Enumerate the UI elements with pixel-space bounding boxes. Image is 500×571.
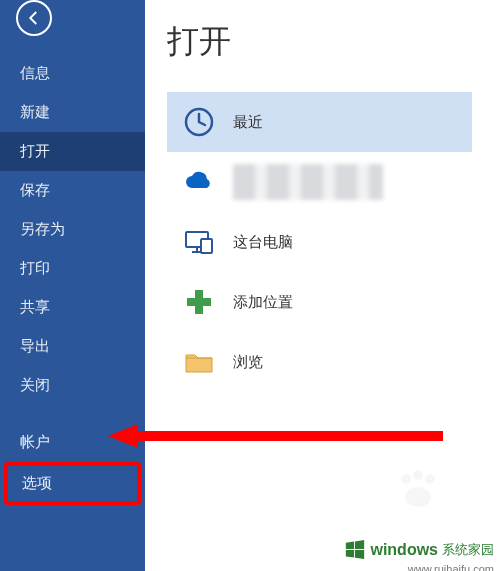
folder-icon	[183, 346, 215, 378]
sidebar-item-save-as[interactable]: 另存为	[0, 210, 145, 249]
computer-icon	[183, 226, 215, 258]
sidebar-item-label: 新建	[20, 103, 50, 120]
onedrive-icon	[183, 166, 215, 198]
location-recent[interactable]: 最近	[167, 92, 472, 152]
sidebar-item-label: 打印	[20, 259, 50, 276]
page-title: 打开	[167, 20, 500, 64]
sidebar-item-account[interactable]: 帐户	[0, 423, 145, 462]
sidebar-item-label: 共享	[20, 298, 50, 315]
svg-point-4	[413, 470, 423, 480]
svg-point-5	[425, 474, 435, 484]
sidebar-item-new[interactable]: 新建	[0, 93, 145, 132]
sidebar-item-label: 打开	[20, 142, 50, 159]
main-panel: 打开 最近 这台电脑	[145, 0, 500, 571]
location-add-place[interactable]: 添加位置	[167, 272, 472, 332]
location-label: 添加位置	[233, 293, 293, 312]
sidebar-item-save[interactable]: 保存	[0, 171, 145, 210]
location-label: 这台电脑	[233, 233, 293, 252]
back-button[interactable]	[16, 0, 52, 36]
sidebar-item-label: 帐户	[20, 433, 50, 450]
sidebar-item-label: 信息	[20, 64, 50, 81]
location-label: 最近	[233, 113, 263, 132]
sidebar-item-label: 关闭	[20, 376, 50, 393]
svg-point-3	[401, 474, 411, 484]
sidebar-item-info[interactable]: 信息	[0, 54, 145, 93]
location-onedrive[interactable]	[167, 152, 472, 212]
sidebar-item-export[interactable]: 导出	[0, 327, 145, 366]
sidebar-item-label: 导出	[20, 337, 50, 354]
onedrive-account-blurred	[233, 164, 383, 200]
sidebar-item-options[interactable]: 选项	[4, 462, 141, 505]
sidebar: 信息 新建 打开 保存 另存为 打印 共享 导出 关闭 帐户 选项	[0, 0, 145, 571]
sidebar-item-label: 选项	[22, 474, 52, 491]
location-browse[interactable]: 浏览	[167, 332, 472, 392]
sidebar-item-print[interactable]: 打印	[0, 249, 145, 288]
watermark-url: www.ruihaifu.com	[408, 563, 494, 571]
sidebar-item-share[interactable]: 共享	[0, 288, 145, 327]
sidebar-item-label: 另存为	[20, 220, 65, 237]
back-arrow-icon	[25, 9, 43, 27]
svg-rect-2	[201, 239, 212, 253]
paw-watermark-icon	[394, 469, 440, 509]
sidebar-item-label: 保存	[20, 181, 50, 198]
sidebar-item-open[interactable]: 打开	[0, 132, 145, 171]
location-this-pc[interactable]: 这台电脑	[167, 212, 472, 272]
clock-icon	[183, 106, 215, 138]
location-list: 最近 这台电脑 添加位置	[167, 92, 472, 392]
location-label: 浏览	[233, 353, 263, 372]
sidebar-item-close[interactable]: 关闭	[0, 366, 145, 405]
svg-point-6	[405, 487, 431, 507]
plus-icon	[183, 286, 215, 318]
